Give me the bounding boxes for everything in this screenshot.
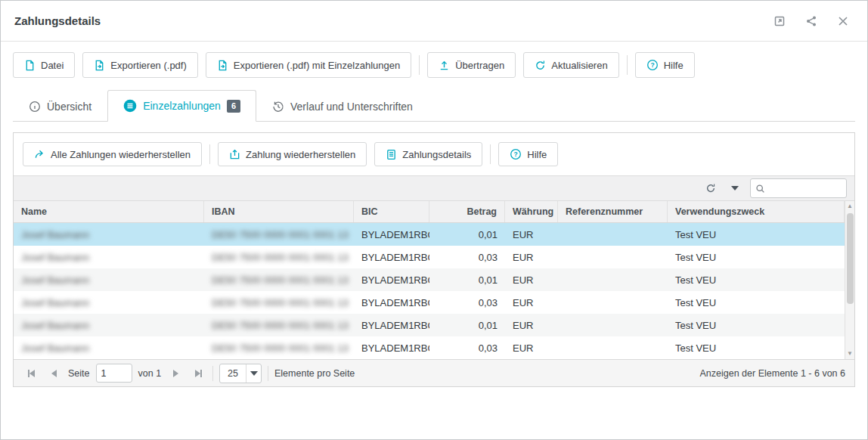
payment-details-button[interactable]: Zahlungsdetails xyxy=(374,142,482,166)
cell-bic: BYLADEM1RBG xyxy=(354,246,429,268)
payments-action-bar: Alle Zahlungen wiederherstellen Zahlung … xyxy=(14,133,854,175)
cell-betrag: 0,03 xyxy=(429,246,505,268)
page-label: Seite xyxy=(68,368,90,379)
transfer-button-label: Übertragen xyxy=(455,60,504,71)
cell-bic: BYLADEM1RBG xyxy=(354,268,429,291)
cell-name: Josef Baumann xyxy=(14,268,204,291)
file-button[interactable]: Datei xyxy=(13,52,75,78)
column-header-iban[interactable]: IBAN xyxy=(204,201,354,222)
page-size-caret-icon xyxy=(250,371,258,376)
transfer-button[interactable]: Übertragen xyxy=(427,52,516,78)
toolbar-divider-2 xyxy=(627,55,628,75)
tab-bar: Übersicht Einzelzahlungen 6 Verlauf und … xyxy=(13,90,855,122)
vertical-scrollbar[interactable]: ▲ ▼ xyxy=(845,201,854,359)
cell-name: Josef Baumann xyxy=(14,291,204,314)
scroll-down-icon[interactable]: ▼ xyxy=(847,349,853,359)
last-page-button[interactable] xyxy=(190,365,206,382)
table-row[interactable]: Josef Baumann DE50 7500 0000 0001 0001 1… xyxy=(14,223,845,246)
cell-name: Josef Baumann xyxy=(14,246,204,268)
tab-einzelzahlungen[interactable]: Einzelzahlungen 6 xyxy=(107,90,256,122)
cell-name: Josef Baumann xyxy=(14,336,204,359)
cell-verwendungszweck: Test VEU xyxy=(668,336,845,359)
column-header-betrag[interactable]: Betrag xyxy=(429,201,505,222)
grid-help-button[interactable]: ? Hilfe xyxy=(498,142,558,166)
popout-icon[interactable] xyxy=(769,11,790,32)
close-icon[interactable] xyxy=(832,11,854,32)
grid-menu-caret-icon[interactable] xyxy=(726,179,744,197)
table-row[interactable]: Josef Baumann DE50 7500 0000 0001 0001 1… xyxy=(14,291,845,314)
refresh-button[interactable]: Aktualisieren xyxy=(523,52,618,78)
table-header: Name IBAN BIC Betrag Währung Referenznum… xyxy=(14,201,845,223)
scrollbar-thumb[interactable] xyxy=(847,213,854,304)
cell-referenznummer xyxy=(558,336,668,359)
column-header-waehrung[interactable]: Währung xyxy=(505,201,558,222)
first-page-button[interactable] xyxy=(23,365,39,382)
export-pdf-button[interactable]: Exportieren (.pdf) xyxy=(82,52,197,78)
cell-iban: DE50 7500 0000 0001 0001 13 xyxy=(204,314,354,336)
cell-iban: DE50 7500 0000 0001 0001 13 xyxy=(204,336,354,359)
table-row[interactable]: Josef Baumann DE50 7500 0000 0001 0001 1… xyxy=(14,336,845,359)
payments-count-badge: 6 xyxy=(227,100,240,113)
help-icon: ? xyxy=(646,59,659,71)
cell-name: Josef Baumann xyxy=(14,223,204,246)
file-icon xyxy=(24,60,36,71)
tab-uebersicht-label: Übersicht xyxy=(47,101,91,113)
payment-details-label: Zahlungsdetails xyxy=(402,149,471,160)
cell-referenznummer xyxy=(558,246,668,268)
cell-waehrung: EUR xyxy=(505,268,558,291)
restore-all-payments-label: Alle Zahlungen wiederherstellen xyxy=(51,149,191,160)
actionbar-divider xyxy=(209,144,210,164)
page-title: Zahlungsdetails xyxy=(14,14,101,27)
column-header-name[interactable]: Name xyxy=(14,201,204,222)
tab-verlauf[interactable]: Verlauf und Unterschriften xyxy=(256,91,429,121)
cell-referenznummer xyxy=(558,268,668,291)
share-icon[interactable] xyxy=(801,11,822,32)
actionbar-divider-2 xyxy=(490,144,491,164)
restore-all-payments-button[interactable]: Alle Zahlungen wiederherstellen xyxy=(23,142,202,166)
prev-page-button[interactable] xyxy=(45,365,62,382)
export-pdf-payments-icon xyxy=(217,60,228,71)
cell-iban: DE50 7500 0000 0001 0001 13 xyxy=(204,246,354,268)
table-row[interactable]: Josef Baumann DE50 7500 0000 0001 0001 1… xyxy=(14,268,845,291)
cell-waehrung: EUR xyxy=(505,336,558,359)
column-header-referenznummer[interactable]: Referenznummer xyxy=(558,201,668,222)
grid-refresh-icon[interactable] xyxy=(702,179,720,197)
cell-name: Josef Baumann xyxy=(14,314,204,336)
cell-betrag: 0,03 xyxy=(429,291,505,314)
export-pdf-with-payments-button[interactable]: Exportieren (.pdf) mit Einzelzahlungen xyxy=(206,52,411,78)
grid-help-label: Hilfe xyxy=(527,149,547,160)
upload-icon xyxy=(439,60,450,71)
cell-verwendungszweck: Test VEU xyxy=(668,268,845,291)
restore-payment-button[interactable]: Zahlung wiederherstellen xyxy=(218,142,367,166)
page-of-label: von 1 xyxy=(138,368,162,379)
table-row[interactable]: Josef Baumann DE50 7500 0000 0001 0001 1… xyxy=(14,314,845,336)
tab-einzelzahlungen-label: Einzelzahlungen xyxy=(143,100,221,112)
search-input[interactable] xyxy=(770,183,842,194)
scroll-up-icon[interactable]: ▲ xyxy=(847,201,853,212)
help-button[interactable]: ? Hilfe xyxy=(635,52,695,78)
cell-referenznummer xyxy=(558,291,668,314)
payments-table: Name IBAN BIC Betrag Währung Referenznum… xyxy=(14,201,854,359)
page-size-select[interactable]: 25 xyxy=(219,364,262,383)
cell-verwendungszweck: Test VEU xyxy=(668,246,845,268)
column-header-verwendungszweck[interactable]: Verwendungszweck xyxy=(668,201,845,222)
cell-referenznummer xyxy=(558,223,668,246)
einzelzahlungen-panel: Alle Zahlungen wiederherstellen Zahlung … xyxy=(13,132,855,387)
elements-summary: Anzeigen der Elemente 1 - 6 von 6 xyxy=(700,368,845,379)
export-pdf-icon xyxy=(94,60,105,71)
column-header-bic[interactable]: BIC xyxy=(354,201,429,222)
main-toolbar: Datei Exportieren (.pdf) Exportieren (.p… xyxy=(1,42,867,85)
svg-text:?: ? xyxy=(650,61,654,69)
list-circle-icon xyxy=(123,99,137,113)
cell-verwendungszweck: Test VEU xyxy=(668,223,845,246)
cell-iban: DE50 7500 0000 0001 0001 13 xyxy=(204,291,354,314)
tab-uebersicht[interactable]: Übersicht xyxy=(13,91,107,121)
cell-bic: BYLADEM1RBG xyxy=(354,314,429,336)
page-number-input[interactable] xyxy=(96,364,132,383)
cell-bic: BYLADEM1RBG xyxy=(354,336,429,359)
refresh-button-label: Aktualisieren xyxy=(551,60,607,71)
next-page-button[interactable] xyxy=(167,365,184,382)
table-row[interactable]: Josef Baumann DE50 7500 0000 0001 0001 1… xyxy=(14,246,845,268)
cell-waehrung: EUR xyxy=(505,246,558,268)
title-bar: Zahlungsdetails xyxy=(1,1,867,42)
